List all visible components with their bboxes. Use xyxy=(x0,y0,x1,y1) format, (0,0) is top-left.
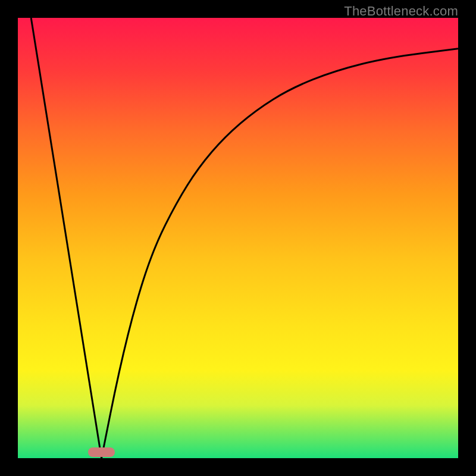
curve-path xyxy=(31,18,458,458)
chart-curves xyxy=(18,18,458,458)
watermark-text: TheBottleneck.com xyxy=(344,4,458,19)
chart-container: TheBottleneck.com xyxy=(0,0,476,476)
minimum-marker xyxy=(88,447,114,457)
plot-area xyxy=(18,18,458,458)
